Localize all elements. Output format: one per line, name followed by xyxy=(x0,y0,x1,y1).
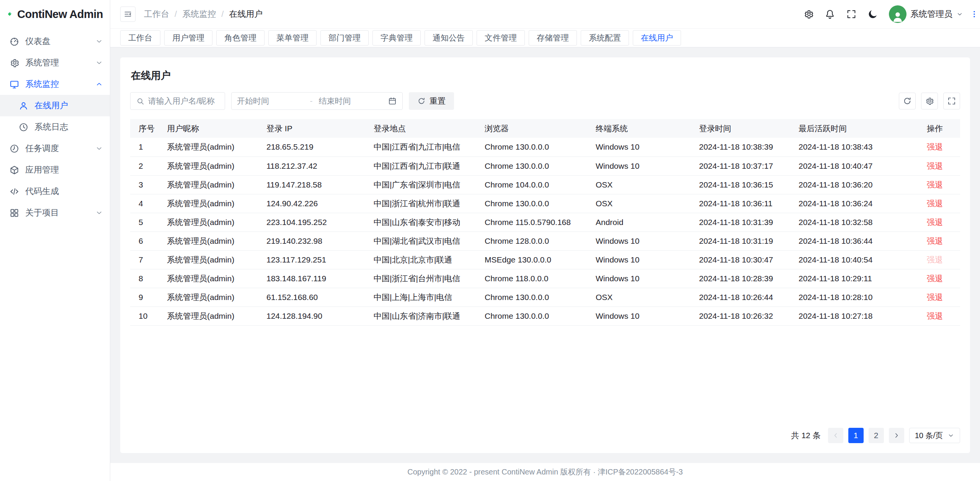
cell-last_active: 2024-11-18 10:38:43 xyxy=(792,138,921,157)
cell-last_active: 2024-11-18 10:27:18 xyxy=(792,307,921,325)
prev-page-button[interactable] xyxy=(828,428,843,443)
column-header: 终端系统 xyxy=(590,119,693,138)
force-logout-link[interactable]: 强退 xyxy=(927,255,943,264)
chevron-left-icon xyxy=(832,432,840,439)
table-row: 3系统管理员(admin)119.147.218.58中国|广东省|深圳市|电信… xyxy=(130,175,960,194)
force-logout-link[interactable]: 强退 xyxy=(927,142,943,151)
sidebar-item-system-management[interactable]: 系统管理 xyxy=(0,52,110,73)
sidebar-item-task-scheduling[interactable]: 任务调度 xyxy=(0,138,110,159)
table-row: 8系统管理员(admin)183.148.167.119中国|浙江省|台州市|电… xyxy=(130,269,960,288)
breadcrumb-separator: / xyxy=(175,9,177,19)
table-row: 2系统管理员(admin)118.212.37.42中国|江西省|九江市|联通C… xyxy=(130,157,960,175)
sidebar-item-online-users[interactable]: 在线用户 xyxy=(0,95,110,116)
search-box xyxy=(130,92,225,110)
gear-icon[interactable] xyxy=(803,9,814,20)
cell-browser: MSEdge 130.0.0.0 xyxy=(479,250,590,269)
refresh-table-button[interactable] xyxy=(899,93,916,109)
menu-fold-icon xyxy=(123,10,132,19)
online-users-table: 序号用户昵称登录 IP登录地点浏览器终端系统登录时间最后活跃时间操作 1系统管理… xyxy=(130,119,960,326)
cell-nickname: 系统管理员(admin) xyxy=(161,175,260,194)
tab-11[interactable]: 在线用户 xyxy=(633,30,681,46)
cube-icon xyxy=(9,165,20,175)
cell-last_active: 2024-11-18 10:36:44 xyxy=(792,232,921,250)
sidebar-item-app-management[interactable]: 应用管理 xyxy=(0,159,110,181)
cell-browser: Chrome 118.0.0.0 xyxy=(479,269,590,288)
tab-7[interactable]: 通知公告 xyxy=(425,30,473,46)
logo-icon xyxy=(7,7,12,22)
force-logout-link[interactable]: 强退 xyxy=(927,293,943,302)
bell-icon[interactable] xyxy=(825,9,835,20)
cell-browser: Chrome 130.0.0.0 xyxy=(479,138,590,157)
next-page-button[interactable] xyxy=(889,428,904,443)
user-menu[interactable]: 系统管理员 xyxy=(889,5,963,23)
tab-10[interactable]: 系统配置 xyxy=(581,30,629,46)
search-input[interactable] xyxy=(148,96,219,106)
page-button-2[interactable]: 2 xyxy=(869,428,884,443)
force-logout-link[interactable]: 强退 xyxy=(927,180,943,189)
cell-browser: Chrome 115.0.5790.168 xyxy=(479,213,590,232)
cell-index: 5 xyxy=(130,213,161,232)
cell-index: 9 xyxy=(130,288,161,307)
collapse-sidebar-button[interactable] xyxy=(120,7,136,22)
cell-index: 4 xyxy=(130,194,161,213)
force-logout-link[interactable]: 强退 xyxy=(927,311,943,320)
date-end-placeholder: 结束时间 xyxy=(317,96,388,106)
breadcrumb-item[interactable]: 工作台 xyxy=(144,8,169,20)
tab-8[interactable]: 文件管理 xyxy=(477,30,525,46)
main-area: 工作台 / 系统监控 / 在线用户 系统管理员 xyxy=(110,0,980,481)
tab-3[interactable]: 角色管理 xyxy=(216,30,265,46)
chevron-down-icon xyxy=(95,145,103,152)
breadcrumb-item[interactable]: 系统监控 xyxy=(182,8,216,20)
cell-last_active: 2024-11-18 10:29:11 xyxy=(792,269,921,288)
cell-ip: 124.90.42.226 xyxy=(260,194,368,213)
sidebar-item-system-monitor[interactable]: 系统监控 xyxy=(0,73,110,95)
chevron-up-icon xyxy=(95,80,103,88)
tab-5[interactable]: 部门管理 xyxy=(320,30,369,46)
page-button-1[interactable]: 1 xyxy=(848,428,864,443)
column-header: 序号 xyxy=(130,119,161,138)
reset-button[interactable]: 重置 xyxy=(409,92,454,110)
tab-1[interactable]: 工作台 xyxy=(120,30,160,46)
expand-table-button[interactable] xyxy=(943,93,960,109)
cell-index: 1 xyxy=(130,138,161,157)
tab-2[interactable]: 用户管理 xyxy=(164,30,212,46)
sidebar-item-system-logs[interactable]: 系统日志 xyxy=(0,116,110,138)
fullscreen-icon xyxy=(947,96,956,106)
cell-login_time: 2024-11-18 10:28:39 xyxy=(693,269,792,288)
moon-icon[interactable] xyxy=(867,9,878,20)
sidebar-item-code-generation[interactable]: 代码生成 xyxy=(0,181,110,202)
more-vertical-icon[interactable] xyxy=(970,9,978,19)
sidebar: ContiNew Admin 仪表盘 系统管理 系统监控 在线用户 xyxy=(0,0,110,481)
cell-browser: Chrome 130.0.0.0 xyxy=(479,307,590,325)
tab-6[interactable]: 字典管理 xyxy=(372,30,421,46)
cell-os: Windows 10 xyxy=(590,157,693,175)
cell-login_time: 2024-11-18 10:31:39 xyxy=(693,213,792,232)
cell-index: 2 xyxy=(130,157,161,175)
page-title: 在线用户 xyxy=(131,69,960,82)
force-logout-link[interactable]: 强退 xyxy=(927,274,943,283)
force-logout-link[interactable]: 强退 xyxy=(927,199,943,208)
column-settings-button[interactable] xyxy=(921,93,938,109)
logo[interactable]: ContiNew Admin xyxy=(0,0,110,28)
cell-ip: 218.65.5.219 xyxy=(260,138,368,157)
force-logout-link[interactable]: 强退 xyxy=(927,218,943,227)
cell-login_time: 2024-11-18 10:30:47 xyxy=(693,250,792,269)
date-range-picker[interactable]: 开始时间 - 结束时间 xyxy=(231,92,403,110)
cell-nickname: 系统管理员(admin) xyxy=(161,157,260,175)
refresh-icon xyxy=(903,96,912,106)
tab-bar: 工作台用户管理角色管理菜单管理部门管理字典管理通知公告文件管理存储管理系统配置在… xyxy=(110,28,980,47)
search-icon xyxy=(136,97,145,106)
force-logout-link[interactable]: 强退 xyxy=(927,236,943,245)
sidebar-item-about-project[interactable]: 关于项目 xyxy=(0,202,110,223)
monitor-icon xyxy=(9,79,20,90)
sidebar-item-dashboard[interactable]: 仪表盘 xyxy=(0,31,110,52)
cell-index: 3 xyxy=(130,175,161,194)
page-size-select[interactable]: 10 条/页 xyxy=(909,428,960,443)
copyright-text: Copyright © 2022 - present ContiNew Admi… xyxy=(407,467,683,477)
tab-9[interactable]: 存储管理 xyxy=(529,30,577,46)
fullscreen-icon[interactable] xyxy=(846,9,857,20)
table-row: 9系统管理员(admin)61.152.168.60中国|上海|上海市|电信Ch… xyxy=(130,288,960,307)
tab-4[interactable]: 菜单管理 xyxy=(268,30,317,46)
force-logout-link[interactable]: 强退 xyxy=(927,161,943,170)
gear-icon xyxy=(9,58,20,68)
